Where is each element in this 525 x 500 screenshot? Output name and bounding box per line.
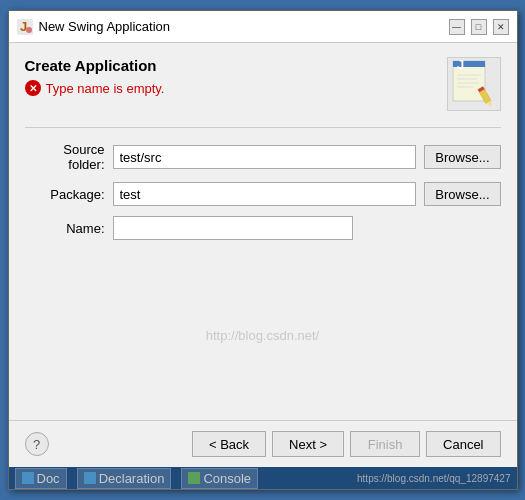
form-area: Source folder: Browse... Package: Browse… (25, 142, 501, 240)
minimize-button[interactable]: — (449, 19, 465, 35)
taskbar-url: https://blog.csdn.net/qq_12897427 (357, 473, 510, 484)
window-title: New Swing Application (39, 19, 171, 34)
taskbar-console[interactable]: Console (181, 468, 258, 489)
package-browse-button[interactable]: Browse... (424, 182, 500, 206)
dialog-title: Create Application (25, 57, 165, 74)
console-icon (188, 472, 200, 484)
taskbar-declaration[interactable]: Declaration (77, 468, 172, 489)
watermark: http://blog.csdn.net/ (25, 250, 501, 420)
source-folder-input[interactable] (113, 145, 417, 169)
declaration-icon (84, 472, 96, 484)
close-button[interactable]: ✕ (493, 19, 509, 35)
taskbar-doc[interactable]: Doc (15, 468, 67, 489)
cancel-button[interactable]: Cancel (426, 431, 500, 457)
name-input[interactable] (113, 216, 353, 240)
package-input[interactable] (113, 182, 417, 206)
error-message: Type name is empty. (46, 81, 165, 96)
package-label: Package: (25, 187, 105, 202)
error-icon: ✕ (25, 80, 41, 96)
taskbar-declaration-label: Declaration (99, 471, 165, 486)
header-logo: J (447, 57, 501, 111)
name-label: Name: (25, 221, 105, 236)
svg-text:J: J (457, 59, 464, 72)
svg-text:J: J (20, 19, 27, 34)
source-folder-browse-button[interactable]: Browse... (424, 145, 500, 169)
title-controls: — □ ✕ (449, 19, 509, 35)
doc-icon (22, 472, 34, 484)
package-row: Package: Browse... (25, 182, 501, 206)
source-folder-row: Source folder: Browse... (25, 142, 501, 172)
next-button[interactable]: Next > (272, 431, 344, 457)
taskbar-console-label: Console (203, 471, 251, 486)
maximize-button[interactable]: □ (471, 19, 487, 35)
svg-point-2 (26, 27, 32, 33)
finish-button[interactable]: Finish (350, 431, 420, 457)
title-bar: J New Swing Application — □ ✕ (9, 11, 517, 43)
name-row: Name: (25, 216, 501, 240)
header-divider (25, 127, 501, 128)
back-button[interactable]: < Back (192, 431, 266, 457)
dialog-footer: ? < Back Next > Finish Cancel (9, 420, 517, 467)
window-icon: J (17, 19, 33, 35)
source-folder-label: Source folder: (25, 142, 105, 172)
taskbar: Doc Declaration Console https://blog.csd… (9, 467, 517, 489)
dialog-content: Create Application ✕ Type name is empty.… (9, 43, 517, 420)
taskbar-doc-label: Doc (37, 471, 60, 486)
error-row: ✕ Type name is empty. (25, 80, 165, 96)
help-button[interactable]: ? (25, 432, 49, 456)
footer-buttons: < Back Next > Finish Cancel (192, 431, 501, 457)
